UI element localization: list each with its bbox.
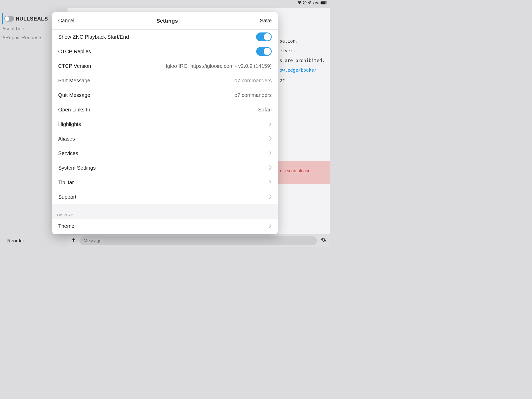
label: Aliases bbox=[58, 136, 75, 142]
message-input[interactable] bbox=[79, 236, 317, 245]
chevron-right-icon bbox=[269, 150, 272, 156]
chevron-right-icon bbox=[269, 179, 272, 185]
label: Support bbox=[58, 194, 76, 200]
toggle-on[interactable] bbox=[256, 47, 272, 56]
gear-icon[interactable] bbox=[321, 237, 326, 244]
chevron-right-icon bbox=[269, 121, 272, 127]
row-aliases[interactable]: Aliases bbox=[52, 131, 278, 146]
label: System Settings bbox=[58, 165, 96, 171]
battery-icon bbox=[321, 1, 327, 4]
highlight-line: nis scan please bbox=[275, 161, 330, 184]
settings-modal: Cancel Settings Save Show ZNC Playback S… bbox=[52, 12, 278, 234]
toggle-on[interactable] bbox=[256, 32, 272, 41]
chat-fragments: sation. erver. s are prohibited. owledge… bbox=[280, 36, 325, 85]
label: CTCP Version bbox=[58, 63, 91, 69]
row-ctcp-replies[interactable]: CTCP Replies bbox=[52, 44, 278, 59]
label: Highlights bbox=[58, 121, 81, 127]
label: Show ZNC Playback Start/End bbox=[58, 34, 129, 40]
label: Open Links In bbox=[58, 107, 90, 113]
label: Tip Jar bbox=[58, 179, 74, 185]
section-display-header: DISPLAY bbox=[52, 204, 278, 219]
chevron-right-icon bbox=[269, 165, 272, 171]
server-toggle[interactable] bbox=[4, 16, 14, 22]
row-open-links[interactable]: Open Links In Safari bbox=[52, 102, 278, 117]
value: Safari bbox=[258, 107, 272, 113]
modal-title: Settings bbox=[74, 18, 260, 24]
modal-body: Show ZNC Playback Start/End CTCP Replies… bbox=[52, 30, 278, 234]
row-znc-playback[interactable]: Show ZNC Playback Start/End bbox=[52, 30, 278, 44]
label: Theme bbox=[58, 223, 74, 229]
bottom-bar bbox=[68, 234, 330, 247]
label: Quit Message bbox=[58, 92, 90, 98]
chevron-right-icon bbox=[269, 136, 272, 142]
row-tip-jar[interactable]: Tip Jar bbox=[52, 175, 278, 190]
row-theme[interactable]: Theme bbox=[52, 219, 278, 233]
orientation-lock-icon bbox=[303, 1, 307, 5]
battery-percent: 77% bbox=[312, 1, 319, 5]
row-services[interactable]: Services bbox=[52, 146, 278, 161]
row-system-settings[interactable]: System Settings bbox=[52, 161, 278, 175]
row-highlights[interactable]: Highlights bbox=[52, 117, 278, 131]
row-support[interactable]: Support bbox=[52, 190, 278, 204]
upload-icon[interactable] bbox=[71, 238, 76, 244]
wifi-icon bbox=[297, 1, 302, 5]
label: CTCP Replies bbox=[58, 49, 91, 55]
cancel-button[interactable]: Cancel bbox=[58, 18, 74, 24]
value: o7 commanders bbox=[235, 92, 272, 98]
chevron-right-icon bbox=[269, 223, 272, 229]
value: Igloo IRC: https://iglooirc.com - v2.0.9… bbox=[166, 63, 272, 69]
row-ctcp-version[interactable]: CTCP Version Igloo IRC: https://iglooirc… bbox=[52, 59, 278, 73]
svg-point-0 bbox=[303, 1, 306, 4]
location-icon bbox=[308, 1, 311, 5]
row-quit-message[interactable]: Quit Message o7 commanders bbox=[52, 88, 278, 102]
server-name: HULLSEALS bbox=[16, 16, 48, 22]
label: Part Message bbox=[58, 78, 90, 84]
row-part-message[interactable]: Part Message o7 commanders bbox=[52, 73, 278, 88]
save-button[interactable]: Save bbox=[260, 18, 272, 24]
value: o7 commanders bbox=[235, 78, 272, 84]
modal-header: Cancel Settings Save bbox=[52, 12, 278, 30]
chevron-right-icon bbox=[269, 194, 272, 200]
label: Services bbox=[58, 150, 78, 156]
reorder-button[interactable]: Reorder bbox=[7, 238, 24, 244]
